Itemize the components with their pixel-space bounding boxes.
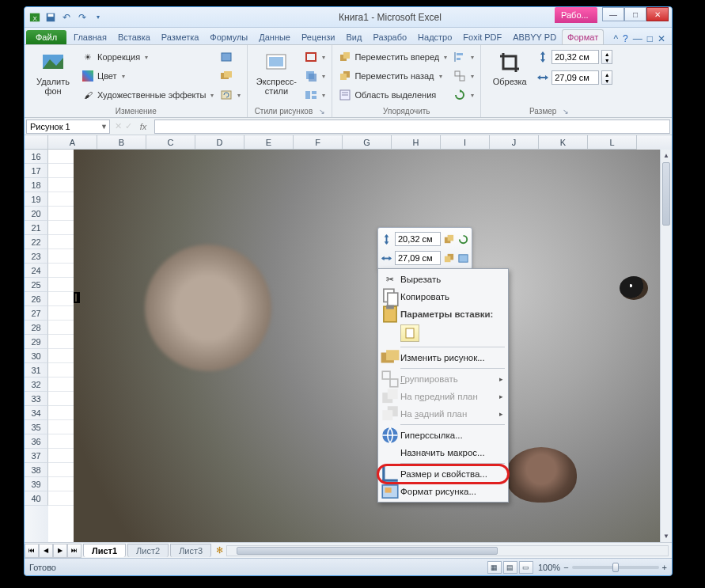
picture-effects-button[interactable]: ▾ — [303, 67, 327, 85]
height-stepper[interactable]: ▲▼ — [601, 50, 612, 64]
inserted-picture[interactable] — [74, 150, 672, 542]
vscroll-thumb[interactable] — [662, 162, 670, 226]
row-header[interactable]: 28 — [25, 321, 48, 335]
row-header[interactable]: 21 — [25, 221, 48, 235]
picture-layout-button[interactable]: ▾ — [303, 86, 327, 104]
col-header[interactable]: H — [392, 135, 441, 150]
new-sheet-icon[interactable]: ✻ — [216, 545, 223, 556]
name-box-dropdown-icon[interactable]: ▼ — [100, 123, 108, 131]
col-header[interactable]: D — [195, 135, 244, 150]
scroll-down-icon[interactable]: ▼ — [661, 530, 672, 542]
crop-button[interactable]: Обрезка — [486, 48, 533, 86]
tab-formulas[interactable]: Формулы — [204, 29, 253, 44]
col-header[interactable]: B — [97, 135, 146, 150]
row-header[interactable]: 19 — [25, 192, 48, 207]
row-header[interactable]: 38 — [25, 463, 48, 477]
sheet-tab-active[interactable]: Лист1 — [83, 544, 126, 557]
formula-input[interactable] — [154, 119, 670, 134]
minimize-button[interactable]: — — [602, 7, 624, 21]
row-header[interactable]: 33 — [25, 392, 48, 406]
mini-bring-forward-icon[interactable] — [443, 232, 455, 246]
picture-border-button[interactable]: ▾ — [303, 48, 327, 66]
row-header[interactable]: 35 — [25, 420, 48, 434]
align-button[interactable]: ▾ — [452, 48, 476, 66]
mini-styles-icon[interactable] — [457, 251, 469, 265]
express-styles-button[interactable]: Экспресс-стили — [252, 48, 300, 96]
view-page-layout-icon[interactable]: ▤ — [503, 561, 517, 574]
tab-view[interactable]: Вид — [341, 29, 368, 44]
color-button[interactable]: Цвет▾ — [80, 67, 215, 85]
remove-background-button[interactable]: Удалить фон — [29, 48, 77, 96]
width-spinner[interactable]: ▲▼ — [536, 69, 612, 86]
fx-icon[interactable]: fx — [135, 122, 151, 131]
vertical-scrollbar[interactable]: ▲ ▼ — [660, 150, 672, 542]
tab-format[interactable]: Формат — [562, 29, 604, 44]
selection-pane-button[interactable]: Область выделения — [337, 86, 449, 104]
tab-data[interactable]: Данные — [253, 29, 296, 44]
width-input[interactable] — [551, 70, 599, 85]
mini-height-input[interactable] — [395, 232, 441, 246]
inner-minimize-icon[interactable]: — — [633, 33, 642, 44]
compress-pictures-button[interactable] — [218, 48, 242, 66]
send-backward-button[interactable]: Переместить назад▾ — [337, 67, 449, 85]
menu-hyperlink[interactable]: Гиперссылка... — [378, 427, 508, 444]
corrections-button[interactable]: ☀ Коррекция▾ — [80, 48, 215, 66]
row-header[interactable]: 23 — [25, 249, 48, 264]
paste-option-picture[interactable] — [400, 324, 419, 342]
tab-addins[interactable]: Надстро — [412, 29, 457, 44]
inner-restore-icon[interactable]: □ — [647, 33, 653, 44]
hscroll-thumb[interactable] — [237, 547, 498, 555]
minimize-ribbon-icon[interactable]: ^ — [613, 33, 618, 44]
col-header[interactable]: C — [146, 135, 195, 150]
row-header[interactable]: 26 — [25, 292, 48, 306]
horizontal-scrollbar[interactable] — [226, 545, 669, 556]
qat-dropdown-icon[interactable]: ▾ — [91, 10, 105, 25]
tab-insert[interactable]: Вставка — [112, 29, 156, 44]
zoom-slider[interactable] — [572, 566, 659, 569]
zoom-knob[interactable] — [612, 563, 619, 572]
col-header[interactable]: A — [48, 135, 97, 150]
menu-assign-macro[interactable]: Назначить макрос... — [378, 444, 508, 461]
sheet-tab[interactable]: Лист2 — [127, 544, 169, 557]
grid[interactable]: 1617181920212223242526272829303132333435… — [25, 150, 672, 542]
row-header[interactable]: 36 — [25, 434, 48, 449]
zoom-in-icon[interactable]: + — [662, 563, 667, 572]
fx-cancel-icon[interactable]: ✕ — [115, 121, 122, 131]
rotate-button[interactable]: ▾ — [452, 86, 476, 104]
row-header[interactable]: 18 — [25, 178, 48, 192]
tab-file[interactable]: Файл — [26, 30, 66, 44]
col-header[interactable]: I — [441, 135, 490, 150]
mini-width-input[interactable] — [395, 251, 441, 265]
select-all-corner[interactable] — [25, 135, 48, 150]
redo-icon[interactable]: ↷ — [75, 10, 89, 25]
row-header[interactable]: 29 — [25, 335, 48, 349]
group-size-launcher-icon[interactable]: ↘ — [563, 108, 569, 116]
save-icon[interactable] — [44, 10, 58, 25]
artistic-effects-button[interactable]: 🖌 Художественные эффекты▾ — [80, 86, 215, 104]
menu-change-picture[interactable]: Изменить рисунок... — [378, 349, 508, 366]
row-header[interactable]: 39 — [25, 477, 48, 491]
group-launcher-icon[interactable]: ↘ — [319, 108, 325, 116]
tab-layout[interactable]: Разметка — [156, 29, 205, 44]
fx-enter-icon[interactable]: ✓ — [125, 121, 132, 131]
undo-icon[interactable]: ↶ — [59, 10, 74, 25]
row-header[interactable]: 20 — [25, 207, 48, 221]
mini-rotate-icon[interactable] — [457, 232, 469, 246]
row-header[interactable]: 16 — [25, 150, 48, 164]
row-header[interactable]: 27 — [25, 306, 48, 321]
col-header[interactable]: E — [244, 135, 294, 150]
group-objects-button[interactable]: ▾ — [452, 67, 476, 85]
row-header[interactable]: 40 — [25, 491, 48, 506]
view-normal-icon[interactable]: ▦ — [487, 561, 502, 574]
sheet-next-icon[interactable]: ▶ — [53, 544, 67, 558]
maximize-button[interactable]: □ — [624, 7, 646, 21]
zoom-out-icon[interactable]: − — [563, 563, 568, 572]
menu-size-properties[interactable]: Размер и свойства... — [378, 465, 508, 483]
inner-close-icon[interactable]: ✕ — [658, 33, 665, 44]
col-header[interactable]: L — [588, 135, 637, 150]
col-header[interactable]: G — [343, 135, 392, 150]
col-header[interactable]: F — [294, 135, 343, 150]
scroll-up-icon[interactable]: ▲ — [661, 150, 672, 161]
mini-send-backward-icon[interactable] — [443, 251, 455, 265]
sheet-last-icon[interactable]: ⏭ — [67, 544, 81, 558]
